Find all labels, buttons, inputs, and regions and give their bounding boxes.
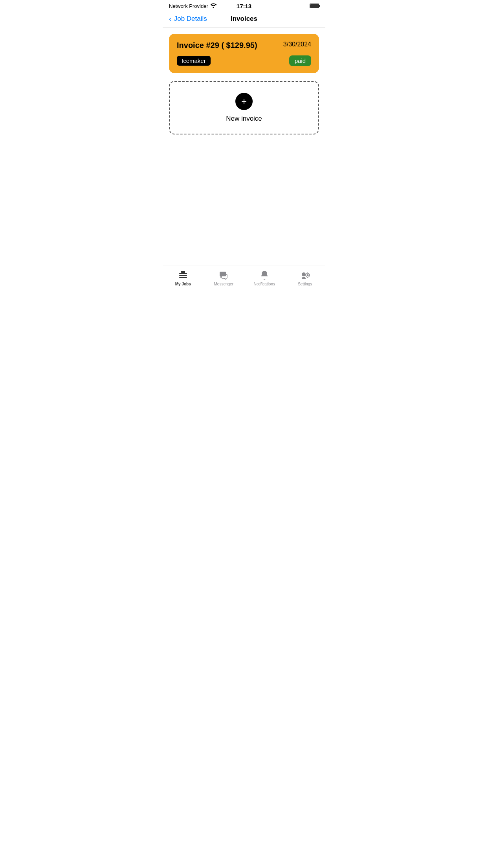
tab-settings[interactable]: Settings (285, 268, 326, 288)
tab-notifications-label: Notifications (254, 282, 275, 286)
tab-my-jobs-label: My Jobs (175, 282, 191, 286)
svg-point-5 (307, 274, 309, 276)
battery-icon (310, 4, 319, 8)
status-bar: Network Provider 17:13 (163, 0, 325, 11)
plus-icon: + (241, 97, 247, 106)
plus-circle: + (235, 93, 253, 110)
page-title: Invoices (231, 15, 257, 23)
network-provider-label: Network Provider (169, 3, 208, 9)
back-chevron-icon: ‹ (169, 14, 172, 23)
tab-settings-label: Settings (298, 282, 312, 286)
tab-bar: My Jobs Messenger Notifications (163, 265, 325, 289)
tab-my-jobs[interactable]: My Jobs (163, 268, 204, 288)
messenger-icon (218, 270, 229, 280)
tab-messenger-label: Messenger (214, 282, 233, 286)
invoice-date: 3/30/2024 (283, 41, 311, 48)
new-invoice-button[interactable]: + New invoice (169, 81, 319, 134)
notifications-icon (259, 270, 270, 280)
invoice-tag: Icemaker (177, 56, 211, 66)
svg-rect-0 (179, 273, 187, 274)
paid-badge: paid (289, 55, 311, 66)
status-time: 17:13 (237, 3, 251, 9)
tab-notifications[interactable]: Notifications (244, 268, 285, 288)
settings-icon (300, 270, 310, 280)
main-content: Invoice #29 ( $129.95) 3/30/2024 Icemake… (163, 28, 325, 265)
back-label: Job Details (174, 15, 207, 23)
svg-rect-2 (179, 277, 187, 278)
invoice-card-footer: Icemaker paid (177, 55, 311, 66)
new-invoice-label: New invoice (226, 115, 262, 123)
svg-rect-1 (179, 275, 187, 276)
invoice-title: Invoice #29 ( $129.95) (177, 41, 257, 50)
svg-rect-3 (181, 271, 185, 273)
back-button[interactable]: ‹ Job Details (169, 14, 207, 23)
my-jobs-icon (178, 270, 188, 280)
svg-point-4 (302, 272, 306, 276)
invoice-card[interactable]: Invoice #29 ( $129.95) 3/30/2024 Icemake… (169, 34, 319, 73)
invoice-card-header: Invoice #29 ( $129.95) 3/30/2024 (177, 41, 311, 50)
wifi-icon (210, 3, 216, 9)
nav-bar: ‹ Job Details Invoices (163, 11, 325, 28)
tab-messenger[interactable]: Messenger (204, 268, 244, 288)
